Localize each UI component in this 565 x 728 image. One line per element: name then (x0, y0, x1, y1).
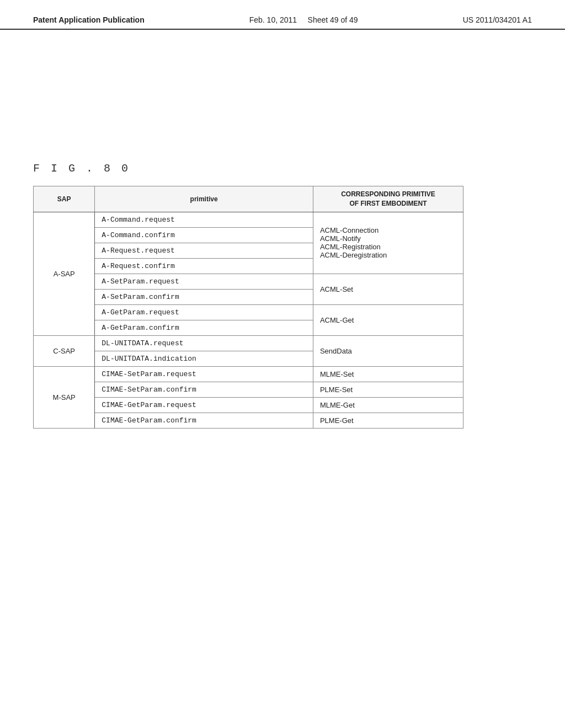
header-date: Feb. 10, 2011 (249, 15, 297, 24)
corresponding-cell: MLME-Set (313, 366, 463, 382)
table-row: CIMAE-GetParam.request MLME-Get (34, 397, 463, 413)
col-header-corresponding: CORRESPONDING PRIMITIVEOF FIRST EMBODIME… (313, 186, 463, 212)
primitive-cell: DL-UNITDATA.indication (95, 351, 313, 366)
header-sheet: Sheet 49 of 49 (308, 15, 358, 24)
primitive-cell: DL-UNITDATA.request (95, 335, 313, 351)
header-date-sheet: Feb. 10, 2011 Sheet 49 of 49 (249, 15, 358, 24)
primitive-cell: A-Request.request (95, 243, 313, 258)
col-header-primitive: primitive (95, 186, 313, 212)
primitive-cell: CIMAE-GetParam.confirm (95, 413, 313, 428)
primitive-cell: A-GetParam.request (95, 304, 313, 320)
table-row: M-SAP CIMAE-SetParam.request MLME-Set (34, 366, 463, 382)
corresponding-cell: ACML-ConnectionACML-NotifyACML-Registrat… (313, 212, 463, 274)
corresponding-cell: PLME-Get (313, 413, 463, 428)
corresponding-cell: ACML-Set (313, 274, 463, 304)
primitive-table: SAP primitive CORRESPONDING PRIMITIVEOF … (33, 186, 463, 429)
content-area: F I G . 8 0 SAP primitive CORRESPONDING … (0, 30, 565, 451)
table-row: C-SAP DL-UNITDATA.request SendData (34, 335, 463, 351)
sap-csap: C-SAP (34, 335, 95, 366)
table-row: A-GetParam.request ACML-Get (34, 304, 463, 320)
primitive-cell: CIMAE-GetParam.request (95, 397, 313, 413)
primitive-cell: A-SetParam.request (95, 274, 313, 289)
table-row: CIMAE-GetParam.confirm PLME-Get (34, 413, 463, 428)
figure-label: F I G . 8 0 (33, 162, 532, 175)
primitive-cell: A-Command.confirm (95, 227, 313, 243)
corresponding-cell: SendData (313, 335, 463, 366)
page-header: Patent Application Publication Feb. 10, … (0, 0, 565, 30)
sap-asap: A-SAP (34, 212, 95, 335)
sap-msap: M-SAP (34, 366, 95, 428)
header-patent-number: US 2011/034201 A1 (463, 15, 532, 24)
corresponding-cell: PLME-Set (313, 382, 463, 397)
col-header-sap: SAP (34, 186, 95, 212)
header-publication-label: Patent Application Publication (33, 15, 145, 24)
table-row: CIMAE-SetParam.confirm PLME-Set (34, 382, 463, 397)
table-row: A-SetParam.request ACML-Set (34, 274, 463, 289)
primitive-cell: CIMAE-SetParam.confirm (95, 382, 313, 397)
primitive-cell: A-SetParam.confirm (95, 289, 313, 304)
corresponding-cell: MLME-Get (313, 397, 463, 413)
page: Patent Application Publication Feb. 10, … (0, 0, 565, 728)
primitive-cell: CIMAE-SetParam.request (95, 366, 313, 382)
primitive-cell: A-GetParam.confirm (95, 320, 313, 335)
primitive-cell: A-Command.request (95, 212, 313, 227)
primitive-cell: A-Request.confirm (95, 258, 313, 274)
corresponding-cell: ACML-Get (313, 304, 463, 335)
table-row: A-SAP A-Command.request ACML-ConnectionA… (34, 212, 463, 227)
